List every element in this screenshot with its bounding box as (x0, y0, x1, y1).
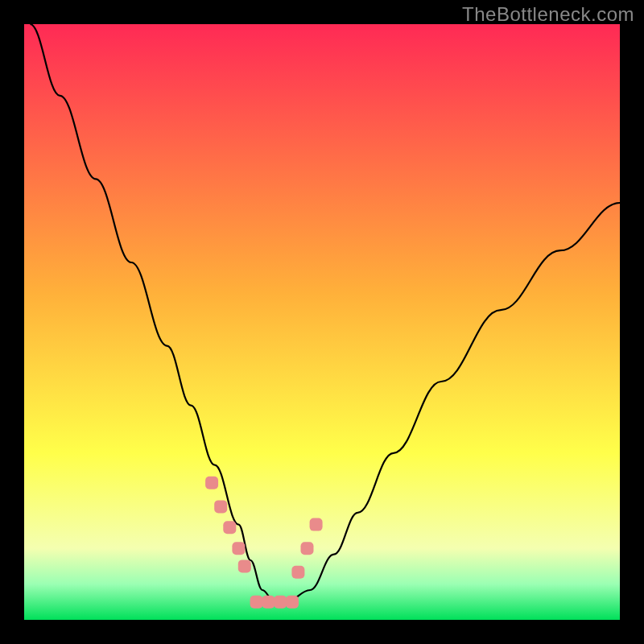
optimum-marker-dot (291, 566, 304, 579)
optimum-marker-dot (205, 477, 218, 489)
gradient-background (24, 24, 620, 620)
optimum-marker-dot (262, 596, 275, 609)
optimum-marker-dot (274, 596, 287, 609)
bottleneck-chart (24, 24, 620, 620)
optimum-marker-dot (250, 596, 263, 609)
optimum-marker-dot (214, 500, 227, 513)
optimum-marker-dot (223, 521, 236, 534)
optimum-marker-dot (232, 542, 245, 555)
chart-frame: TheBottleneck.com (0, 0, 644, 644)
optimum-marker-dot (238, 559, 251, 572)
optimum-marker-dot (301, 542, 314, 555)
optimum-marker-dot (310, 518, 323, 531)
watermark-text: TheBottleneck.com (462, 3, 634, 26)
optimum-marker-dot (286, 596, 299, 609)
